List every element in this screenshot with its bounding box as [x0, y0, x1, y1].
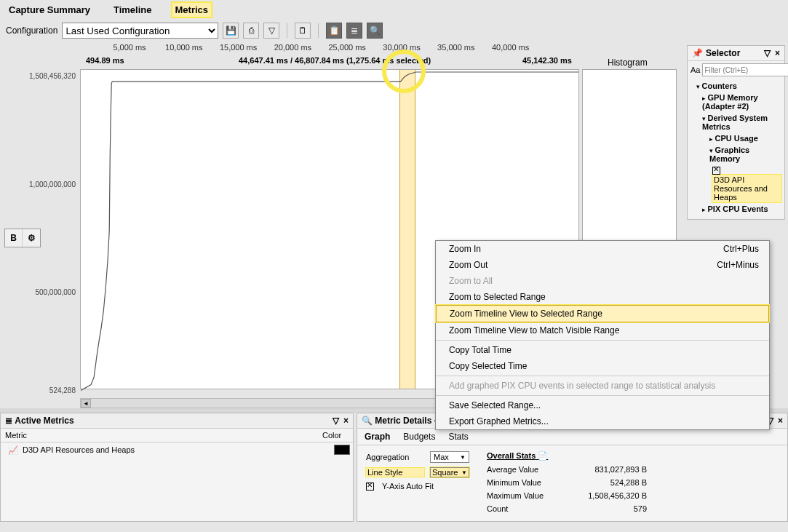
- close-icon[interactable]: ×: [343, 416, 349, 426]
- menu-export[interactable]: Export Graphed Metrics...: [436, 413, 769, 429]
- selector-panel: 📌 Selector ▽ × Aa × ▾ Counters GPU Memor…: [687, 45, 785, 220]
- configuration-label: Configuration: [6, 25, 57, 36]
- menu-add-stats: Add graphed PIX CPU events in selected r…: [436, 378, 769, 394]
- range-summary: 44,647.41 ms / 46,807.84 ms (1,275.64 ms…: [239, 56, 431, 65]
- col-metric[interactable]: Metric: [1, 429, 318, 442]
- active-metrics-title: Active Metrics: [15, 416, 73, 426]
- search-icon: 🔍: [362, 416, 373, 426]
- menu-copy-total[interactable]: Copy Total Time: [436, 342, 769, 358]
- scroll-left-icon[interactable]: ◄: [81, 399, 91, 408]
- tree-derived-metrics[interactable]: Derived System Metrics: [691, 112, 781, 132]
- color-swatch[interactable]: [334, 445, 350, 455]
- filter-prefix: Aa: [691, 65, 700, 74]
- bold-toggle[interactable]: B: [5, 229, 23, 247]
- context-menu: Zoom InCtrl+Plus Zoom OutCtrl+Minus Zoom…: [435, 240, 770, 430]
- line-style-label: Line Style: [366, 468, 424, 477]
- tree-pix-cpu[interactable]: PIX CPU Events: [691, 203, 781, 215]
- autofit-checkbox[interactable]: [366, 483, 374, 491]
- active-metrics-panel: ≣ Active Metrics▽× Metric Color 📈 D3D AP…: [0, 413, 354, 522]
- close-icon[interactable]: ×: [778, 416, 783, 426]
- copy-icon[interactable]: 📄: [538, 451, 548, 460]
- panel-options-icon[interactable]: ▽: [333, 416, 339, 426]
- notes-icon[interactable]: 🗒: [295, 23, 311, 39]
- col-color[interactable]: Color: [318, 429, 353, 442]
- save-as-icon[interactable]: ⎙: [243, 23, 259, 39]
- menu-zoom-timeline-visible[interactable]: Zoom Timeline View to Match Visible Rang…: [436, 322, 769, 338]
- selector-options-icon[interactable]: ▽: [764, 48, 771, 58]
- selector-title: Selector: [706, 48, 740, 58]
- tab-timeline[interactable]: Timeline: [111, 3, 155, 17]
- search-icon[interactable]: 🔍: [367, 23, 383, 39]
- save-icon[interactable]: 💾: [223, 23, 239, 39]
- menu-zoom-out[interactable]: Zoom OutCtrl+Minus: [436, 257, 769, 273]
- list-icon: ≣: [5, 416, 12, 426]
- menu-zoom-selected[interactable]: Zoom to Selected Range: [436, 289, 769, 305]
- menu-zoom-in[interactable]: Zoom InCtrl+Plus: [436, 241, 769, 257]
- separator: [287, 23, 287, 38]
- separator: [318, 23, 319, 38]
- tree-graphics-memory[interactable]: Graphics Memory: [691, 144, 781, 164]
- tab-stats[interactable]: Stats: [448, 432, 468, 442]
- overall-stats-label: Overall Stats: [487, 451, 536, 460]
- plot-side-tools: B ⚙: [4, 229, 41, 247]
- list-icon[interactable]: ≣: [346, 23, 362, 39]
- tab-budgets[interactable]: Budgets: [403, 432, 435, 442]
- tab-capture-summary[interactable]: Capture Summary: [6, 3, 93, 17]
- menu-zoom-all: Zoom to All: [436, 273, 769, 289]
- time-ruler: 5,000 ms 10,000 ms 15,000 ms 20,000 ms 2…: [80, 43, 575, 56]
- histogram-label: Histogram: [608, 57, 648, 68]
- tree-gpu-memory[interactable]: GPU Memory (Adapter #2): [691, 92, 781, 112]
- autofit-label: Y-Axis Auto Fit: [382, 482, 434, 491]
- menu-save-range[interactable]: Save Selected Range...: [436, 397, 769, 413]
- dropdown-icon[interactable]: ▽: [263, 23, 279, 39]
- configuration-select[interactable]: Last Used Configuration: [62, 23, 218, 39]
- checkbox-icon[interactable]: [712, 167, 720, 175]
- gear-icon[interactable]: ⚙: [23, 229, 40, 247]
- filter-input[interactable]: [702, 63, 788, 76]
- active-metric-row[interactable]: 📈 D3D API Resources and Heaps: [1, 442, 353, 457]
- tab-graph[interactable]: Graph: [365, 432, 390, 442]
- pin-icon[interactable]: 📌: [692, 48, 703, 58]
- line-style-select[interactable]: Square▼: [430, 467, 469, 477]
- aggregation-select[interactable]: Max▼: [430, 451, 469, 463]
- chart-icon: 📈: [4, 445, 23, 455]
- range-start: 494.89 ms: [86, 56, 124, 65]
- tree-counters[interactable]: Counters: [691, 80, 781, 92]
- tab-metrics[interactable]: Metrics: [172, 3, 212, 17]
- tree-d3d-api[interactable]: D3D API Resources and Heaps: [691, 164, 781, 203]
- clipboard-icon[interactable]: 📋: [326, 23, 342, 39]
- aggregation-label: Aggregation: [366, 453, 424, 461]
- menu-zoom-timeline-selected[interactable]: Zoom Timeline View to Selected Range: [436, 305, 769, 322]
- menu-copy-selected[interactable]: Copy Selected Time: [436, 358, 769, 374]
- close-icon[interactable]: ×: [775, 48, 780, 58]
- tree-cpu-usage[interactable]: CPU Usage: [691, 132, 781, 144]
- range-end: 45,142.30 ms: [522, 56, 572, 65]
